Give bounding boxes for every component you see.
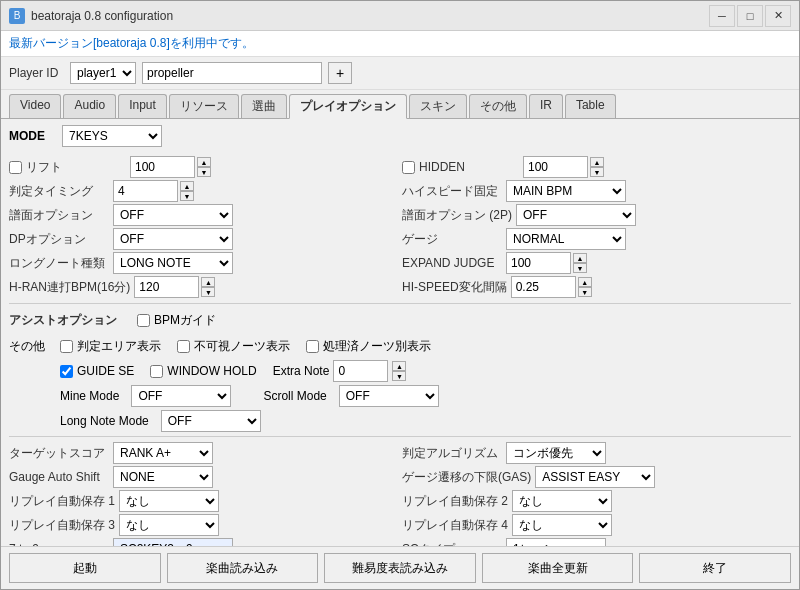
gauge-row: ゲージ NORMAL bbox=[402, 227, 791, 251]
judge-area-checkbox[interactable] bbox=[60, 340, 73, 353]
tab-other[interactable]: その他 bbox=[469, 94, 527, 118]
exit-button[interactable]: 終了 bbox=[639, 553, 791, 583]
guide-se-row: GUIDE SE bbox=[60, 360, 134, 382]
hispeed-interval-row: HI-SPEED変化間隔 ▲ ▼ bbox=[402, 275, 791, 299]
hispeed-select[interactable]: MAIN BPM bbox=[506, 180, 626, 202]
score-option2-select[interactable]: OFF bbox=[516, 204, 636, 226]
update-songs-button[interactable]: 楽曲全更新 bbox=[482, 553, 634, 583]
extra-note-down[interactable]: ▼ bbox=[392, 371, 406, 381]
tab-ir[interactable]: IR bbox=[529, 94, 563, 118]
timing-spinners: ▲ ▼ bbox=[180, 181, 194, 201]
remaining-notes-checkbox[interactable] bbox=[306, 340, 319, 353]
replay3-row: リプレイ自動保存 3 なし bbox=[9, 513, 398, 537]
invisible-notes-checkbox[interactable] bbox=[177, 340, 190, 353]
gauge-gas-select[interactable]: ASSIST EASY bbox=[535, 466, 655, 488]
hidden-down[interactable]: ▼ bbox=[590, 167, 604, 177]
maximize-button[interactable]: □ bbox=[737, 5, 763, 27]
gauge-auto-select[interactable]: NONE bbox=[113, 466, 213, 488]
player-id-select[interactable]: player1 bbox=[70, 62, 136, 84]
long-note-mode-select[interactable]: OFF bbox=[161, 410, 261, 432]
tab-table[interactable]: Table bbox=[565, 94, 616, 118]
tab-select[interactable]: 選曲 bbox=[241, 94, 287, 118]
load-difficulty-button[interactable]: 難易度表読み込み bbox=[324, 553, 476, 583]
hispeed-interval-input[interactable] bbox=[511, 276, 576, 298]
lift-checkbox[interactable] bbox=[9, 161, 22, 174]
close-button[interactable]: ✕ bbox=[765, 5, 791, 27]
hran-row: H-RAN連打BPM(16分) ▲ ▼ bbox=[9, 275, 398, 299]
tab-skin[interactable]: スキン bbox=[409, 94, 467, 118]
mine-mode-select[interactable]: OFF bbox=[131, 385, 231, 407]
expand-down[interactable]: ▼ bbox=[573, 263, 587, 273]
lift-value: ▲ ▼ bbox=[130, 156, 211, 178]
hispeed-interval-down[interactable]: ▼ bbox=[578, 287, 592, 297]
hran-down[interactable]: ▼ bbox=[201, 287, 215, 297]
guide-se-checkbox[interactable] bbox=[60, 365, 73, 378]
player-name-input[interactable] bbox=[142, 62, 322, 84]
gauge-label: ゲージ bbox=[402, 231, 502, 248]
hispeed-row: ハイスピード固定 MAIN BPM bbox=[402, 179, 791, 203]
hidden-input[interactable] bbox=[523, 156, 588, 178]
add-player-button[interactable]: + bbox=[328, 62, 352, 84]
window-hold-label: WINDOW HOLD bbox=[167, 364, 256, 378]
expand-up[interactable]: ▲ bbox=[573, 253, 587, 263]
lift-input[interactable] bbox=[130, 156, 195, 178]
scroll-mode-select[interactable]: OFF bbox=[339, 385, 439, 407]
lift-up[interactable]: ▲ bbox=[197, 157, 211, 167]
timing-up[interactable]: ▲ bbox=[180, 181, 194, 191]
lower-left: ターゲットスコア RANK A+ Gauge Auto Shift NONE リ… bbox=[9, 441, 398, 546]
hidden-checkbox[interactable] bbox=[402, 161, 415, 174]
tab-audio[interactable]: Audio bbox=[63, 94, 116, 118]
tab-video[interactable]: Video bbox=[9, 94, 61, 118]
replay2-select[interactable]: なし bbox=[512, 490, 612, 512]
score-option-row: 譜面オプション OFF bbox=[9, 203, 398, 227]
seven-to-select[interactable]: SC2KEY3～9 bbox=[113, 538, 233, 546]
score-option-select[interactable]: OFF bbox=[113, 204, 233, 226]
long-note-mode-label: Long Note Mode bbox=[60, 414, 149, 428]
extra-note-up[interactable]: ▲ bbox=[392, 361, 406, 371]
window-hold-checkbox[interactable] bbox=[150, 365, 163, 378]
expand-input[interactable] bbox=[506, 252, 571, 274]
judge-algo-select[interactable]: コンボ優先 bbox=[506, 442, 606, 464]
minimize-button[interactable]: ─ bbox=[709, 5, 735, 27]
target-score-row: ターゲットスコア RANK A+ bbox=[9, 441, 398, 465]
replay1-select[interactable]: なし bbox=[119, 490, 219, 512]
update-bar: 最新バージョン[beatoraja 0.8]を利用中です。 bbox=[1, 31, 799, 57]
dp-select[interactable]: OFF bbox=[113, 228, 233, 250]
tab-resources[interactable]: リソース bbox=[169, 94, 239, 118]
tab-playoptions[interactable]: プレイオプション bbox=[289, 94, 407, 119]
target-score-select[interactable]: RANK A+ bbox=[113, 442, 213, 464]
main-window: B beatoraja 0.8 configuration ─ □ ✕ 最新バー… bbox=[0, 0, 800, 590]
title-buttons: ─ □ ✕ bbox=[709, 5, 791, 27]
replay3-select[interactable]: なし bbox=[119, 514, 219, 536]
invisible-notes-label: 不可視ノーツ表示 bbox=[194, 338, 290, 355]
bpm-guide-row: BPMガイド bbox=[137, 309, 216, 331]
bpm-guide-checkbox[interactable] bbox=[137, 314, 150, 327]
invisible-notes-row: 不可視ノーツ表示 bbox=[177, 335, 290, 357]
timing-down[interactable]: ▼ bbox=[180, 191, 194, 201]
gauge-auto-row: Gauge Auto Shift NONE bbox=[9, 465, 398, 489]
hran-input[interactable] bbox=[134, 276, 199, 298]
hidden-up[interactable]: ▲ bbox=[590, 157, 604, 167]
hispeed-interval-up[interactable]: ▲ bbox=[578, 277, 592, 287]
replay4-select[interactable]: なし bbox=[512, 514, 612, 536]
timing-input[interactable] bbox=[113, 180, 178, 202]
score-option2-row: 譜面オプション (2P) OFF bbox=[402, 203, 791, 227]
hran-up[interactable]: ▲ bbox=[201, 277, 215, 287]
mode-select[interactable]: 7KEYS bbox=[62, 125, 162, 147]
remaining-notes-row: 処理済ノーツ別表示 bbox=[306, 335, 431, 357]
gauge-select[interactable]: NORMAL bbox=[506, 228, 626, 250]
gauge-gas-row: ゲージ遷移の下限(GAS) ASSIST EASY bbox=[402, 465, 791, 489]
hispeed-interval-spinners: ▲ ▼ bbox=[578, 277, 592, 297]
longnote-select[interactable]: LONG NOTE bbox=[113, 252, 233, 274]
lift-down[interactable]: ▼ bbox=[197, 167, 211, 177]
tab-input[interactable]: Input bbox=[118, 94, 167, 118]
longnote-label: ロングノート種類 bbox=[9, 255, 109, 272]
lower-section: ターゲットスコア RANK A+ Gauge Auto Shift NONE リ… bbox=[9, 441, 791, 546]
extra-note-spinners: ▲ ▼ bbox=[392, 361, 406, 381]
start-button[interactable]: 起動 bbox=[9, 553, 161, 583]
extra-note-input[interactable] bbox=[333, 360, 388, 382]
sc-type-select[interactable]: 1レーン bbox=[506, 538, 606, 546]
load-songs-button[interactable]: 楽曲読み込み bbox=[167, 553, 319, 583]
content-area: MODE 7KEYS リフト ▲ ▼ bbox=[1, 119, 799, 546]
dp-row: DPオプション OFF bbox=[9, 227, 398, 251]
